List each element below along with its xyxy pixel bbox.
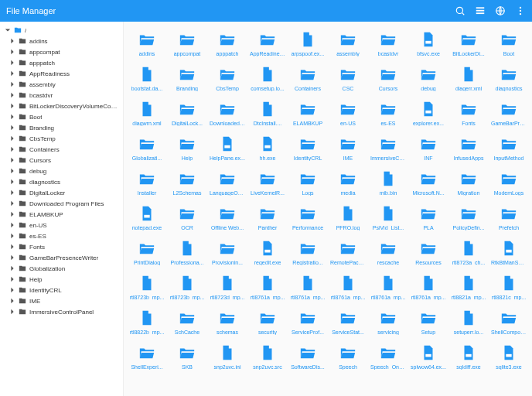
grid-item[interactable]: DtcInstall.... xyxy=(247,97,288,129)
grid-item[interactable]: Fonts xyxy=(448,97,489,129)
tree-item[interactable]: ELAMBKUP xyxy=(0,209,123,220)
grid-item[interactable]: Globalizati... xyxy=(127,132,167,164)
grid-item[interactable]: Provisionin... xyxy=(207,237,247,268)
grid-item[interactable]: media xyxy=(328,167,368,199)
tree-item[interactable]: Containers xyxy=(0,144,123,155)
grid-item[interactable]: rtl8723a_ch... xyxy=(448,237,489,268)
grid-item[interactable]: L2Schemas xyxy=(167,167,207,199)
tree-item[interactable]: assembly xyxy=(0,79,123,90)
grid-item[interactable]: Containers xyxy=(288,63,328,94)
tree-item[interactable]: IdentityCRL xyxy=(0,285,123,295)
grid-item[interactable]: assembly xyxy=(328,28,368,60)
grid-item[interactable]: BitLockerDi... xyxy=(448,28,489,60)
grid-item[interactable]: arpspoof.ex... xyxy=(288,28,328,60)
grid-item[interactable]: GameBarPres... xyxy=(489,97,529,129)
grid-item[interactable]: rtl8761a_mp... xyxy=(247,271,288,303)
grid-item[interactable]: rescache xyxy=(368,237,408,268)
grid-item[interactable]: explorer.ex... xyxy=(408,97,448,129)
grid-item[interactable]: IdentityCRL xyxy=(288,132,328,164)
grid-item[interactable]: en-US xyxy=(328,97,368,129)
grid-item[interactable]: AppReadines... xyxy=(247,28,288,60)
grid-item[interactable]: CSC xyxy=(328,63,368,94)
tree-item[interactable]: ImmersiveControlPanel xyxy=(0,306,123,317)
grid-item[interactable]: DigitalLock... xyxy=(167,97,207,129)
tree-item[interactable]: GameBarPresenceWriter xyxy=(0,252,123,263)
grid-item[interactable]: snp2uvc.ini xyxy=(207,341,247,373)
tree-item[interactable]: Help xyxy=(0,274,123,285)
grid-item[interactable]: debug xyxy=(408,63,448,94)
grid-item[interactable]: PFRO.log xyxy=(328,202,368,234)
grid-item[interactable]: SKB xyxy=(167,341,207,373)
grid-item[interactable]: rtl8761a_mp... xyxy=(328,271,368,303)
grid-item[interactable]: rtl8761a_mp... xyxy=(408,271,448,303)
grid-item[interactable]: Registratio... xyxy=(288,237,328,268)
tree-root[interactable]: / xyxy=(0,25,123,36)
grid-item[interactable]: Speech_OneC... xyxy=(368,341,408,373)
grid-item[interactable]: PLA xyxy=(408,202,448,234)
view-list-icon[interactable] xyxy=(475,5,486,16)
grid-item[interactable]: Boot xyxy=(489,28,529,60)
grid-item[interactable]: diagwrn.xml xyxy=(127,97,167,129)
grid-item[interactable]: Microsoft.N... xyxy=(408,167,448,199)
grid-item[interactable]: rtl8821c_mp... xyxy=(489,271,529,303)
tree-item[interactable]: Branding xyxy=(0,122,123,133)
grid-item[interactable]: LiveKernelR... xyxy=(247,167,288,199)
grid-item[interactable]: Logs xyxy=(288,167,328,199)
grid-item[interactable]: regedit.exe xyxy=(247,237,288,268)
tree-item[interactable]: apppatch xyxy=(0,57,123,68)
grid-item[interactable]: INF xyxy=(408,132,448,164)
grid-item[interactable]: Downloaded ... xyxy=(207,97,247,129)
grid-item[interactable]: ImmersiveCo... xyxy=(368,132,408,164)
tree-item[interactable]: en-US xyxy=(0,220,123,230)
grid-item[interactable]: Speech xyxy=(328,341,368,373)
grid-item[interactable]: hh.exe xyxy=(247,132,288,164)
tree-item[interactable]: Cursors xyxy=(0,155,123,166)
grid-item[interactable]: appcompat xyxy=(167,28,207,60)
tree-item[interactable]: AppReadiness xyxy=(0,68,123,79)
grid-item[interactable]: CbsTemp xyxy=(207,63,247,94)
grid-item[interactable]: ServiceStat... xyxy=(328,306,368,338)
grid-item[interactable]: OCR xyxy=(167,202,207,234)
grid-item[interactable]: splwow64.ex... xyxy=(408,341,448,373)
grid-item[interactable]: bcastdvr xyxy=(368,28,408,60)
grid-item[interactable]: diagnostics xyxy=(489,63,529,94)
tree-item[interactable]: BitLockerDiscoveryVolumeConten... xyxy=(0,101,123,111)
grid-item[interactable]: bootstat.da... xyxy=(127,63,167,94)
tree-item[interactable]: Fonts xyxy=(0,241,123,252)
grid-item[interactable]: bfsvc.exe xyxy=(408,28,448,60)
tree-item[interactable]: debug xyxy=(0,166,123,176)
grid-item[interactable]: HelpPane.ex... xyxy=(207,132,247,164)
grid-item[interactable]: setuperr.lo... xyxy=(448,306,489,338)
grid-item[interactable]: diagerr.xml xyxy=(448,63,489,94)
grid-item[interactable]: servicing xyxy=(368,306,408,338)
grid-item[interactable]: rtl8761a_mp... xyxy=(288,271,328,303)
tree-item[interactable]: Downloaded Program Files xyxy=(0,198,123,209)
grid-item[interactable]: ShellCompon... xyxy=(489,306,529,338)
grid-item[interactable]: security xyxy=(247,306,288,338)
globe-icon[interactable] xyxy=(495,5,506,16)
grid-item[interactable]: schemas xyxy=(207,306,247,338)
grid-item[interactable]: LanguageOve... xyxy=(207,167,247,199)
grid-item[interactable]: ELAMBKUP xyxy=(288,97,328,129)
grid-item[interactable]: RemotePacka... xyxy=(328,237,368,268)
tree-item[interactable]: IME xyxy=(0,295,123,306)
grid-item[interactable]: ShellExperi... xyxy=(127,341,167,373)
more-icon[interactable] xyxy=(515,5,526,16)
grid-item[interactable]: InfusedApps xyxy=(448,132,489,164)
grid-item[interactable]: rtl8723b_mp... xyxy=(167,271,207,303)
grid-item[interactable]: IME xyxy=(328,132,368,164)
grid-item[interactable]: PolicyDefin... xyxy=(448,202,489,234)
grid-item[interactable]: ServiceProf... xyxy=(288,306,328,338)
grid-item[interactable]: rtl8723b_mp... xyxy=(127,271,167,303)
grid-item[interactable]: Offline Web... xyxy=(207,202,247,234)
grid-item[interactable]: rtl8822b_mp... xyxy=(127,306,167,338)
grid-item[interactable]: Migration xyxy=(448,167,489,199)
tree-item[interactable]: DigitalLocker xyxy=(0,187,123,198)
grid-item[interactable]: rtl8821a_mp... xyxy=(448,271,489,303)
grid-item[interactable]: PrintDialog xyxy=(127,237,167,268)
grid-item[interactable]: Help xyxy=(167,132,207,164)
grid-item[interactable]: Setup xyxy=(408,306,448,338)
grid-item[interactable]: Resources xyxy=(408,237,448,268)
tree-item[interactable]: es-ES xyxy=(0,230,123,241)
grid-item[interactable]: notepad.exe xyxy=(127,202,167,234)
